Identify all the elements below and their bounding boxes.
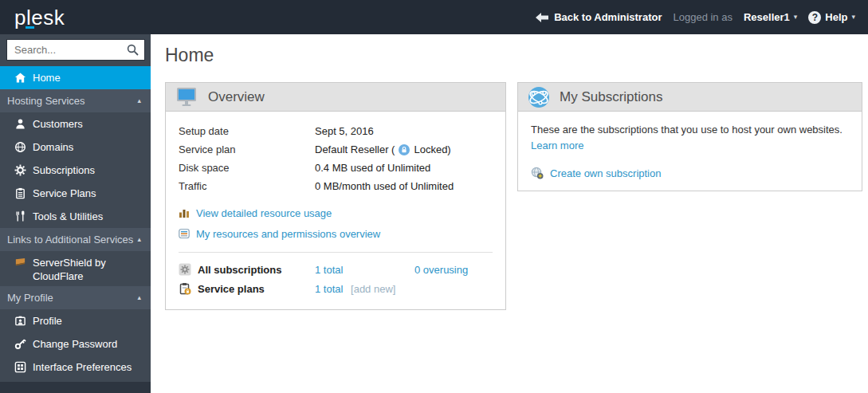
overview-title: Overview (208, 89, 265, 105)
sidebar-item-label: Subscriptions (33, 164, 95, 176)
sidebar-group-additional-services[interactable]: Links to Additional Services ▴ (0, 228, 151, 251)
service-plans-row: Service plans 1 total [add new] (179, 279, 493, 298)
service-plans-label: Service plans (198, 283, 265, 295)
permissions-overview-link-row: My resources and permissions overview (179, 223, 493, 244)
all-subscriptions-row: All subscriptions 1 total 0 overusing (179, 260, 493, 279)
my-subscriptions-body: These are the subscriptions that you use… (518, 112, 862, 191)
sidebar-item-tools-utilities[interactable]: Tools & Utilities (0, 205, 151, 228)
lock-icon (399, 144, 410, 155)
subscriptions-gear-icon (179, 263, 191, 276)
chevron-up-icon: ▴ (137, 294, 141, 301)
traffic-value: 0 MB/month used of Unlimited (315, 177, 493, 195)
subscriptions-description: These are the subscriptions that you use… (531, 122, 849, 153)
help-icon: ? (808, 11, 821, 24)
sidebar-item-label: Change Password (33, 338, 117, 350)
view-resource-usage-link[interactable]: View detailed resource usage (196, 207, 332, 219)
traffic-row: Traffic 0 MB/month used of Unlimited (179, 177, 493, 195)
service-plan-row: Service plan Default Reseller ( Locked) (179, 140, 493, 159)
service-plan-name: Default Reseller ( (315, 140, 395, 159)
chevron-down-icon: ▾ (794, 14, 798, 21)
customers-icon (14, 118, 26, 131)
sidebar-item-service-plans[interactable]: Service Plans (0, 182, 151, 205)
setup-date-label: Setup date (179, 122, 315, 140)
home-icon (14, 72, 26, 84)
disk-space-label: Disk space (179, 159, 315, 177)
sidebar-item-change-password[interactable]: Change Password (0, 332, 151, 356)
overusing-link[interactable]: 0 overusing (414, 264, 493, 276)
search-input[interactable] (6, 39, 145, 61)
profile-badge-icon (14, 315, 26, 328)
sidebar-item-label: ServerShield by CloudFlare (33, 256, 120, 284)
globe-icon (14, 141, 26, 154)
setup-date-row: Setup date Sept 5, 2016 (179, 122, 493, 140)
sidebar-item-home[interactable]: Home (0, 66, 151, 89)
all-subscriptions-label: All subscriptions (198, 264, 281, 276)
resources-list-icon (179, 228, 190, 239)
logged-in-as-label: Logged in as (673, 11, 732, 23)
disk-space-value: 0.4 MB used of Unlimited (315, 159, 493, 177)
help-menu[interactable]: ? Help ▾ (808, 11, 855, 24)
group-label: Links to Additional Services (7, 234, 133, 246)
add-new-plan-link[interactable]: [add new] (351, 283, 395, 295)
network-globe-icon (528, 86, 550, 108)
traffic-label: Traffic (179, 177, 315, 195)
sidebar-item-label: Profile (33, 315, 62, 327)
search-icon[interactable] (127, 44, 139, 56)
user-menu[interactable]: Reseller1 ▾ (744, 11, 797, 23)
back-to-administrator-link[interactable]: Back to Administrator (536, 11, 662, 23)
sidebar-item-domains[interactable]: Domains (0, 136, 151, 159)
sidebar-item-servershield[interactable]: ServerShield by CloudFlare (0, 251, 151, 286)
bar-chart-icon (179, 207, 190, 218)
learn-more-link[interactable]: Learn more (531, 140, 583, 151)
overview-panel-header: Overview (166, 83, 505, 112)
service-plan-value: Default Reseller ( Locked) (315, 140, 493, 159)
plesk-logo[interactable]: plesk (14, 7, 65, 28)
disk-space-row: Disk space 0.4 MB used of Unlimited (179, 159, 493, 177)
overview-panel: Overview Setup date Sept 5, 2016 Service… (165, 82, 506, 310)
back-label: Back to Administrator (554, 11, 662, 23)
sidebar: Home Hosting Services ▴ Customers Domain… (0, 34, 151, 393)
sidebar-item-customers[interactable]: Customers (0, 112, 151, 136)
sidebar-footer (0, 382, 151, 393)
my-subscriptions-header: My Subscriptions (518, 83, 862, 112)
sidebar-item-label: Service Plans (33, 187, 96, 199)
main-content: Home Overview Setup date Sept 5, 2016 (151, 34, 868, 393)
monitor-icon (175, 87, 198, 107)
sidebar-item-interface-preferences[interactable]: Interface Preferences (0, 356, 151, 379)
service-plans-total-link[interactable]: 1 total (315, 283, 343, 295)
sidebar-group-hosting-services[interactable]: Hosting Services ▴ (0, 89, 151, 112)
chevron-down-icon: ▾ (851, 14, 855, 21)
resources-permissions-link[interactable]: My resources and permissions overview (196, 228, 380, 240)
plesk-logo-text: plesk (14, 6, 65, 29)
create-subscription-row: Create own subscription (531, 167, 849, 179)
service-plans-badge-icon (179, 282, 191, 295)
chevron-up-icon: ▴ (137, 236, 141, 243)
overview-panel-body: Setup date Sept 5, 2016 Service plan Def… (166, 112, 505, 309)
all-subscriptions-total-link[interactable]: 1 total (315, 264, 414, 276)
sidebar-item-label: Domains (33, 141, 73, 153)
divider (179, 252, 493, 253)
create-own-subscription-link[interactable]: Create own subscription (550, 167, 661, 179)
sidebar-item-label: Home (33, 72, 61, 84)
my-subscriptions-title: My Subscriptions (560, 89, 662, 105)
sidebar-item-subscriptions[interactable]: Subscriptions (0, 159, 151, 182)
topbar: plesk Back to Administrator Logged in as… (0, 0, 868, 34)
my-subscriptions-panel: My Subscriptions These are the subscript… (517, 82, 862, 191)
sidebar-item-label: Customers (33, 118, 83, 130)
sidebar-group-my-profile[interactable]: My Profile ▴ (0, 286, 151, 309)
group-label: Hosting Services (7, 95, 85, 107)
service-plans-icon (14, 187, 26, 200)
gear-icon (14, 164, 26, 177)
sidebar-item-profile[interactable]: Profile (0, 309, 151, 332)
sidebar-item-label: Tools & Utilities (33, 210, 103, 222)
servershield-icon (14, 256, 26, 269)
description-text: These are the subscriptions that you use… (531, 124, 842, 136)
plesk-logo-underline (26, 26, 34, 29)
tools-icon (14, 210, 26, 223)
service-plan-label: Service plan (179, 140, 315, 159)
grid-icon (14, 361, 26, 374)
service-plan-locked-label: Locked) (414, 140, 450, 159)
chevron-up-icon: ▴ (137, 97, 141, 104)
setup-date-value: Sept 5, 2016 (315, 122, 493, 140)
back-arrow-icon (536, 13, 548, 22)
